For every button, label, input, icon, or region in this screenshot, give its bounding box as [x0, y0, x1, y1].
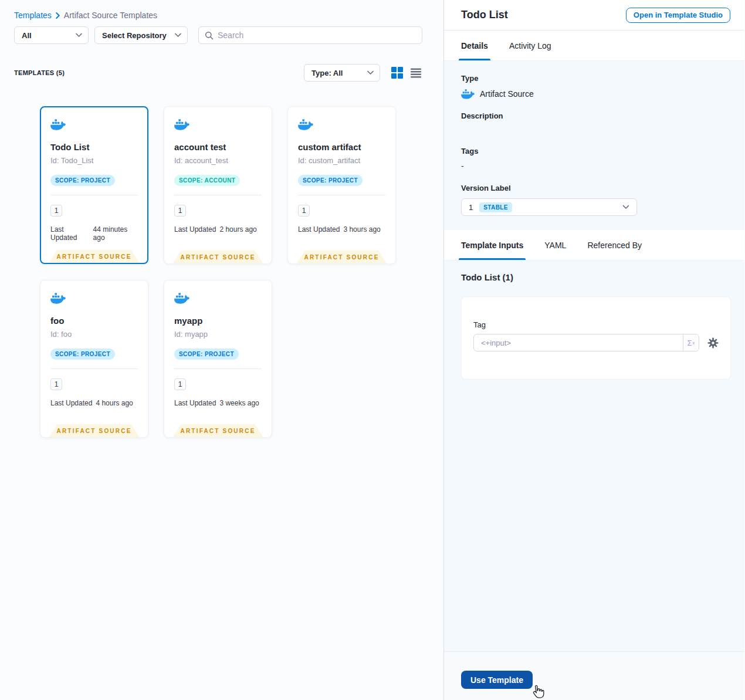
- template-card-id: Id: account_test: [174, 156, 262, 165]
- template-card-title: account test: [174, 142, 262, 152]
- tab-template-inputs[interactable]: Template Inputs: [461, 230, 523, 260]
- docker-icon: [50, 119, 66, 130]
- version-label: Version Label: [461, 184, 727, 193]
- card-divider: [174, 195, 262, 195]
- template-card[interactable]: account test Id: account_test SCOPE: ACC…: [164, 106, 272, 264]
- search-box: [198, 26, 422, 44]
- chevron-down-icon: [175, 33, 181, 38]
- search-input[interactable]: [218, 31, 416, 40]
- last-updated-value: 3 hours ago: [343, 225, 380, 234]
- card-divider: [50, 368, 138, 369]
- version-count: 1: [174, 378, 186, 390]
- version-count: 1: [50, 378, 62, 390]
- tag-input-wrap: Σx: [473, 334, 699, 351]
- stable-badge: STABLE: [479, 202, 512, 212]
- template-details-panel: Todo List Open in Template Studio Detail…: [444, 0, 744, 700]
- template-card-id: Id: foo: [50, 330, 138, 339]
- tab-details[interactable]: Details: [461, 31, 488, 60]
- last-updated-label: Last Updated: [50, 399, 92, 407]
- last-updated-label: Last Updated: [174, 399, 216, 407]
- scope-badge: SCOPE: PROJECT: [298, 175, 363, 186]
- card-type-ribbon: ARTIFACT SOURCE: [49, 424, 140, 437]
- last-updated-label: Last Updated: [174, 225, 216, 234]
- last-updated-label: Last Updated: [298, 225, 340, 234]
- inputs-tabs: Template Inputs YAML Referenced By: [444, 230, 744, 261]
- card-type-ribbon: ARTIFACT SOURCE: [297, 251, 387, 263]
- chevron-down-icon: [367, 70, 374, 75]
- breadcrumb-templates-link[interactable]: Templates: [14, 11, 52, 20]
- details-tabs: Details Activity Log: [444, 31, 744, 61]
- scope-badge: SCOPE: ACCOUNT: [174, 175, 240, 186]
- grid-view-icon[interactable]: [391, 67, 403, 79]
- version-count: 1: [50, 205, 62, 217]
- template-card[interactable]: myapp Id: myapp SCOPE: PROJECT 1 Last Up…: [164, 280, 272, 438]
- scope-filter-value: All: [22, 31, 32, 40]
- last-updated-value: 2 hours ago: [219, 225, 256, 234]
- tab-activity-log[interactable]: Activity Log: [509, 31, 551, 60]
- template-card[interactable]: custom artifact Id: custom_artifact SCOP…: [287, 106, 396, 264]
- docker-icon: [174, 119, 189, 130]
- version-select[interactable]: 1 STABLE: [461, 198, 637, 216]
- last-updated-value: 44 minutes ago: [93, 225, 138, 242]
- chevron-down-icon: [622, 205, 629, 209]
- card-divider: [50, 195, 138, 195]
- template-inputs-section: Todo List (1) Tag Σx: [444, 261, 744, 651]
- list-view-icon[interactable]: [411, 67, 421, 78]
- type-label: Type: [461, 74, 727, 83]
- view-toggle: [391, 67, 421, 79]
- templates-list-panel: Templates Artifact Source Templates All …: [0, 0, 444, 700]
- use-template-button[interactable]: Use Template: [461, 671, 533, 689]
- templates-grid: Todo List Id: Todo_List SCOPE: PROJECT 1…: [40, 106, 423, 438]
- card-type-ribbon: ARTIFACT SOURCE: [173, 424, 263, 437]
- details-header: Todo List Open in Template Studio: [444, 0, 744, 31]
- repository-filter-select[interactable]: Select Repository: [94, 26, 188, 44]
- template-card-id: Id: myapp: [174, 330, 262, 339]
- inputs-card: Tag Σx: [461, 296, 731, 380]
- type-value: Artifact Source: [480, 89, 534, 99]
- open-template-studio-button[interactable]: Open in Template Studio: [626, 8, 730, 23]
- artifact-templates-page: Templates Artifact Source Templates All …: [0, 0, 745, 700]
- version-count: 1: [174, 205, 186, 217]
- breadcrumb-current: Artifact Source Templates: [64, 11, 157, 20]
- type-filter-value: Type: All: [311, 69, 343, 77]
- tags-value: -: [461, 161, 727, 171]
- breadcrumb: Templates Artifact Source Templates: [14, 11, 423, 20]
- template-card[interactable]: Todo List Id: Todo_List SCOPE: PROJECT 1…: [40, 106, 148, 264]
- description-label: Description: [461, 111, 727, 121]
- template-card-id: Id: Todo_List: [50, 156, 138, 165]
- details-title: Todo List: [461, 9, 508, 21]
- template-card-title: foo: [50, 316, 138, 326]
- card-divider: [298, 195, 385, 195]
- tag-field-label: Tag: [473, 320, 719, 329]
- scope-badge: SCOPE: PROJECT: [50, 175, 115, 186]
- templates-count-label: TEMPLATES (5): [14, 69, 65, 76]
- chevron-down-icon: [76, 33, 82, 38]
- tab-referenced-by[interactable]: Referenced By: [587, 230, 642, 260]
- type-filter-select[interactable]: Type: All: [304, 64, 380, 82]
- docker-icon: [461, 89, 475, 99]
- search-icon: [205, 31, 214, 40]
- chevron-right-icon: [56, 12, 60, 19]
- gear-icon[interactable]: [707, 337, 719, 349]
- template-card[interactable]: foo Id: foo SCOPE: PROJECT 1 Last Update…: [40, 280, 148, 438]
- card-type-ribbon: ARTIFACT SOURCE: [173, 251, 263, 263]
- repository-filter-value: Select Repository: [102, 31, 167, 40]
- tags-label: Tags: [461, 147, 727, 156]
- expression-input-icon[interactable]: Σx: [683, 334, 699, 351]
- scope-badge: SCOPE: PROJECT: [174, 349, 239, 360]
- version-count: 1: [298, 205, 310, 217]
- tab-yaml[interactable]: YAML: [544, 230, 566, 260]
- filter-row: All Select Repository: [14, 26, 423, 44]
- scope-badge: SCOPE: PROJECT: [50, 349, 115, 360]
- card-divider: [174, 368, 262, 369]
- last-updated-value: 3 weeks ago: [219, 399, 259, 407]
- template-card-title: custom artifact: [298, 142, 385, 152]
- docker-icon: [298, 119, 313, 130]
- templates-list-header: TEMPLATES (5) Type: All: [14, 64, 423, 82]
- details-footer: Use Template: [444, 651, 744, 700]
- docker-icon: [174, 292, 189, 304]
- docker-icon: [50, 292, 66, 304]
- tag-input[interactable]: [474, 339, 683, 347]
- scope-filter-select[interactable]: All: [14, 26, 89, 44]
- last-updated-value: 4 hours ago: [96, 399, 133, 407]
